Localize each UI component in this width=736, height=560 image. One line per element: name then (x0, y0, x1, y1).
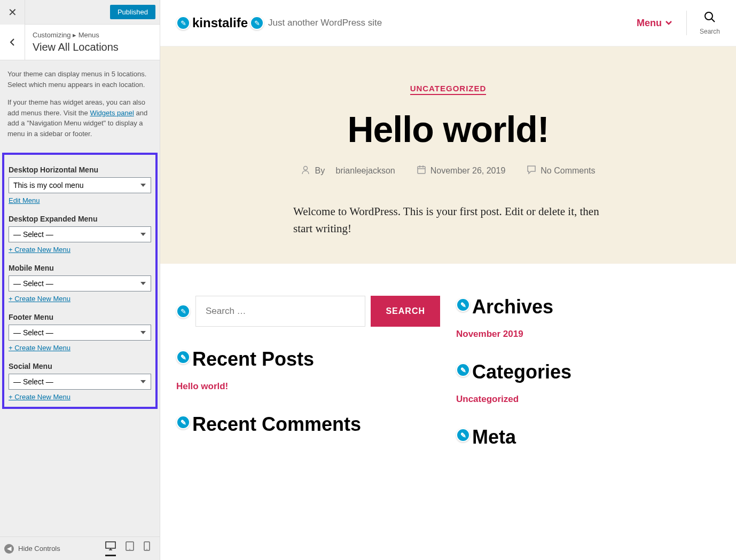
svg-point-5 (705, 12, 712, 20)
site-branding: ✎ kinstalife ✎ Just another WordPress si… (176, 15, 382, 30)
breadcrumb-area: Customizing ▸ Menus View All Locations (25, 25, 160, 60)
desc-paragraph-2: If your theme has widget areas, you can … (7, 97, 152, 139)
widget-title-text: Meta (472, 426, 516, 448)
menu-locations-highlight: Desktop Horizontal Menu This is my cool … (2, 153, 158, 409)
menu-location-label: Desktop Horizontal Menu (9, 165, 151, 174)
comment-icon (527, 165, 536, 177)
breadcrumb: Customizing ▸ Menus (33, 31, 152, 39)
site-preview: ✎ kinstalife ✎ Just another WordPress si… (160, 0, 736, 560)
widget-title-text: Categories (472, 361, 571, 383)
svg-point-4 (146, 549, 147, 550)
post-hero: UNCATEGORIZED Hello world! By brianleeja… (160, 46, 736, 264)
chevron-down-icon (665, 20, 672, 26)
chevron-left-icon (10, 38, 15, 46)
widget-title-text: Recent Posts (192, 348, 314, 370)
category-widget-link[interactable]: Uncategorized (456, 394, 519, 404)
search-widget: ✎ SEARCH (176, 296, 440, 327)
collapse-icon: ◀ (4, 544, 14, 554)
desc-paragraph-1: Your theme can display menus in 5 locati… (7, 69, 152, 90)
panel-title: View All Locations (33, 41, 152, 53)
meta-date: November 26, 2019 (417, 165, 506, 177)
meta-author: By brianleejackson (301, 165, 395, 177)
edit-shortcut-icon[interactable]: ✎ (456, 298, 470, 312)
menu-select-footer[interactable]: — Select — (9, 325, 151, 341)
widgets-area: ✎ SEARCH ✎ Recent Posts Hello world! ✎ R… (160, 264, 736, 470)
edit-shortcut-icon[interactable]: ✎ (176, 304, 190, 318)
create-menu-link[interactable]: + Create New Menu (9, 393, 71, 401)
recent-posts-widget: ✎ Recent Posts Hello world! (176, 348, 440, 392)
post-title: Hello world! (277, 108, 619, 150)
menu-location-label: Social Menu (9, 362, 151, 370)
recent-post-link[interactable]: Hello world! (176, 381, 228, 391)
svg-point-6 (304, 167, 308, 170)
edit-shortcut-icon[interactable]: ✎ (456, 428, 470, 442)
search-icon (703, 11, 716, 27)
menu-select-desktop-expanded[interactable]: — Select — (9, 226, 151, 242)
customizer-sidebar: ✕ Published Customizing ▸ Menus View All… (0, 0, 160, 560)
meta-widget: ✎ Meta (456, 426, 720, 448)
edit-shortcut-icon[interactable]: ✎ (176, 16, 190, 30)
user-icon (301, 165, 310, 177)
menu-location-label: Desktop Expanded Menu (9, 215, 151, 223)
edit-shortcut-icon[interactable]: ✎ (456, 363, 470, 377)
sidebar-description: Your theme can display menus in 5 locati… (0, 60, 160, 153)
post-excerpt: Welcome to WordPress. This is your first… (293, 203, 603, 237)
site-header: ✎ kinstalife ✎ Just another WordPress si… (160, 0, 736, 46)
edit-menu-link[interactable]: Edit Menu (9, 196, 40, 204)
menu-location-desktop-expanded: Desktop Expanded Menu — Select — + Creat… (9, 215, 151, 254)
svg-rect-0 (106, 542, 115, 548)
menu-location-label: Mobile Menu (9, 264, 151, 272)
author-link[interactable]: brianleejackson (336, 166, 395, 176)
sidebar-topbar: ✕ Published (0, 0, 160, 25)
search-button[interactable]: SEARCH (371, 296, 440, 327)
published-button[interactable]: Published (110, 5, 155, 19)
device-preview-toggles (105, 541, 155, 556)
mobile-preview-icon[interactable] (144, 541, 150, 556)
menu-select-desktop-horizontal[interactable]: This is my cool menu (9, 177, 151, 193)
menu-select-mobile[interactable]: — Select — (9, 275, 151, 291)
category-link[interactable]: UNCATEGORIZED (410, 84, 487, 95)
sidebar-header: Customizing ▸ Menus View All Locations (0, 25, 160, 60)
hide-controls-button[interactable]: ◀ Hide Controls (4, 544, 60, 554)
back-button[interactable] (0, 25, 25, 60)
sidebar-footer: ◀ Hide Controls (0, 537, 160, 560)
edit-shortcut-icon[interactable]: ✎ (250, 16, 264, 30)
menu-location-footer: Footer Menu — Select — + Create New Menu (9, 313, 151, 352)
edit-shortcut-icon[interactable]: ✎ (176, 350, 190, 364)
widget-title-text: Recent Comments (192, 413, 361, 436)
menu-location-social: Social Menu — Select — + Create New Menu (9, 362, 151, 401)
widget-title-text: Archives (472, 296, 553, 318)
site-tagline: Just another WordPress site (268, 18, 382, 28)
search-toggle[interactable]: Search (686, 11, 720, 35)
svg-point-2 (129, 549, 130, 550)
recent-comments-widget: ✎ Recent Comments (176, 413, 440, 436)
menu-location-label: Footer Menu (9, 313, 151, 321)
widgets-panel-link[interactable]: Widgets panel (90, 109, 134, 117)
menu-location-desktop-horizontal: Desktop Horizontal Menu This is my cool … (9, 165, 151, 205)
menu-select-social[interactable]: — Select — (9, 374, 151, 390)
close-button[interactable]: ✕ (0, 0, 25, 25)
menu-toggle[interactable]: Menu (637, 18, 672, 29)
search-input[interactable] (195, 296, 365, 327)
archives-widget: ✎ Archives November 2019 (456, 296, 720, 340)
site-title[interactable]: kinstalife (192, 15, 248, 30)
create-menu-link[interactable]: + Create New Menu (9, 295, 71, 303)
categories-widget: ✎ Categories Uncategorized (456, 361, 720, 405)
menu-location-mobile: Mobile Menu — Select — + Create New Menu (9, 264, 151, 303)
svg-rect-7 (418, 167, 425, 173)
post-meta: By brianleejackson November 26, 2019 No … (277, 165, 619, 177)
header-right: Menu Search (637, 11, 720, 35)
edit-shortcut-icon[interactable]: ✎ (176, 415, 190, 429)
create-menu-link[interactable]: + Create New Menu (9, 344, 71, 352)
meta-comments[interactable]: No Comments (527, 165, 595, 177)
archive-link[interactable]: November 2019 (456, 329, 523, 339)
search-label: Search (700, 28, 720, 35)
tablet-preview-icon[interactable] (126, 541, 134, 556)
create-menu-link[interactable]: + Create New Menu (9, 246, 71, 254)
calendar-icon (417, 165, 426, 177)
desktop-preview-icon[interactable] (105, 541, 116, 556)
